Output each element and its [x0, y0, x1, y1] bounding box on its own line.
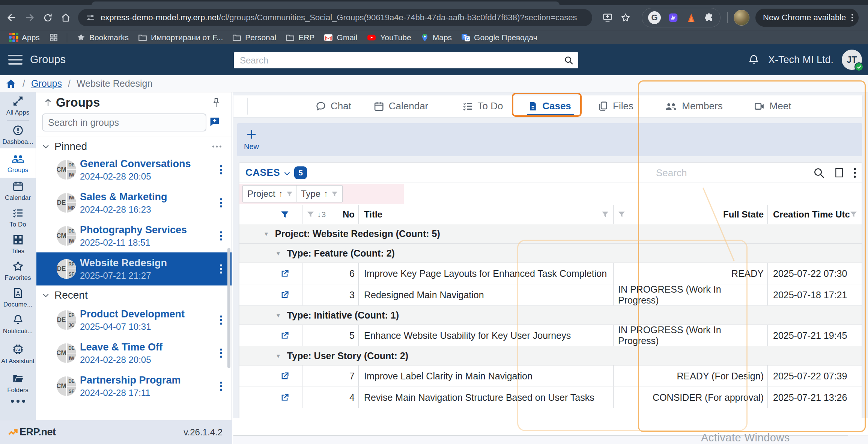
sidebar-item-ai-assistant[interactable]: AI AI Assistant	[0, 338, 36, 370]
search-icon[interactable]	[564, 55, 574, 65]
browser-profile-avatar[interactable]	[734, 10, 749, 26]
back-icon[interactable]	[5, 11, 18, 24]
reload-icon[interactable]	[41, 11, 54, 24]
bookmark-maps[interactable]: Maps	[420, 33, 452, 42]
groups-search[interactable]	[42, 113, 206, 131]
group-list-item[interactable]: CMDEIW Photography Services2025-02-11 18…	[36, 219, 232, 252]
tab-members[interactable]: Members	[664, 95, 722, 117]
chrome-update-button[interactable]: New Chrome available	[755, 9, 859, 27]
site-info-icon[interactable]	[86, 13, 95, 23]
pinned-section-menu-icon[interactable]	[212, 145, 222, 148]
forward-icon[interactable]	[23, 11, 36, 24]
extensions-puzzle-icon[interactable]	[704, 12, 714, 23]
case-row[interactable]: 6 Improve Key Page Layouts for Enhanced …	[239, 263, 862, 284]
case-row[interactable]: 7 Improve Label Clarity in Main Navigati…	[239, 365, 862, 387]
user-avatar[interactable]: JT	[842, 50, 862, 70]
group-name[interactable]: Photography Services	[80, 224, 220, 236]
orange-extension-icon[interactable]	[686, 12, 697, 23]
group-name[interactable]: Leave & Time Off	[80, 341, 220, 353]
grammarly-extension-icon[interactable]: G	[648, 11, 661, 24]
open-case-icon[interactable]	[280, 371, 290, 381]
sidebar-item-folders[interactable]: Folders	[0, 370, 36, 397]
cases-search[interactable]	[655, 165, 798, 180]
sidebar-item-notifications[interactable]: Notificati...	[0, 311, 36, 338]
group-item-menu-icon[interactable]	[220, 381, 223, 391]
pin-panel-icon[interactable]	[211, 97, 221, 109]
new-group-chat-icon[interactable]	[208, 116, 221, 128]
open-case-icon[interactable]	[280, 269, 290, 279]
sidebar-item-tiles[interactable]: Tiles	[0, 231, 36, 258]
bookmark-folder-imported[interactable]: Импортирани от F...	[138, 33, 223, 42]
home-icon[interactable]	[5, 78, 17, 89]
collapse-caret-icon[interactable]: ▼	[263, 231, 269, 237]
bookmark-folder-personal[interactable]: Personal	[232, 33, 276, 42]
tab-calendar[interactable]: Calendar	[373, 95, 429, 117]
header-full-state[interactable]: Full State	[614, 205, 768, 224]
chevron-down-icon[interactable]	[42, 291, 50, 299]
expand-window-icon[interactable]	[835, 168, 844, 178]
group-list-item[interactable]: CMDESF Partnership Program2024-02-28 17:…	[36, 370, 232, 403]
panel-scrollbar[interactable]	[227, 248, 230, 368]
header-filter-cell[interactable]	[239, 205, 302, 224]
tab-chat[interactable]: Chat	[315, 95, 351, 117]
header-title[interactable]: Title	[359, 205, 614, 224]
install-app-icon[interactable]	[601, 11, 614, 24]
group-item-menu-icon[interactable]	[220, 348, 223, 358]
tab-todo[interactable]: To Do	[462, 95, 503, 117]
header-creation-time[interactable]: Creation Time Utc	[768, 205, 862, 224]
company-name[interactable]: X-Tech MI Ltd.	[768, 54, 833, 66]
tab-meet[interactable]: Meet	[754, 95, 791, 117]
cases-title[interactable]: CASES	[245, 167, 280, 178]
collapse-caret-icon[interactable]: ▼	[275, 353, 281, 359]
sidebar-overflow-icon[interactable]	[0, 400, 36, 403]
group-chip-type[interactable]: Type ↑	[296, 185, 343, 202]
open-case-icon[interactable]	[280, 393, 290, 403]
bookmark-tiles-icon[interactable]	[49, 33, 59, 42]
pinned-section-header[interactable]: Pinned	[36, 138, 232, 155]
new-case-button[interactable]: + New	[244, 127, 259, 151]
global-search[interactable]	[234, 52, 578, 68]
group-item-menu-icon[interactable]	[220, 231, 223, 241]
group-row-type-initiative[interactable]: ▼ Type: Initiative (Count: 1)	[239, 306, 862, 325]
group-row-type-user-story[interactable]: ▼ Type: User Story (Count: 2)	[239, 346, 862, 365]
bookmark-bookmarks[interactable]: Bookmarks	[76, 33, 129, 42]
sidebar-item-dashboard[interactable]: Dashboa...	[0, 122, 36, 148]
group-chip-project[interactable]: Project ↑	[242, 185, 298, 202]
search-icon[interactable]	[813, 167, 825, 179]
sidebar-item-all-apps[interactable]: All Apps	[0, 92, 36, 119]
group-list-item[interactable]: DEIWMP Sales & Marketing2024-02-28 16:23	[36, 186, 232, 219]
sidebar-item-favorites[interactable]: Favorites	[0, 258, 36, 284]
collapse-caret-icon[interactable]: ▼	[275, 312, 281, 319]
open-case-icon[interactable]	[280, 290, 290, 300]
group-item-menu-icon[interactable]	[220, 198, 223, 208]
collapse-caret-icon[interactable]: ▼	[275, 250, 281, 257]
bookmark-youtube[interactable]: YouTube	[366, 33, 411, 42]
collapse-up-icon[interactable]	[43, 97, 53, 108]
bookmark-folder-erp[interactable]: ERP	[285, 33, 314, 42]
bookmark-translate[interactable]: ГGGoogle Преводач	[461, 33, 537, 42]
sidebar-item-documents[interactable]: Docume...	[0, 284, 36, 311]
bookmark-star-icon[interactable]	[619, 11, 632, 24]
bookmark-gmail[interactable]: Gmail	[323, 33, 357, 42]
recent-section-header[interactable]: Recent	[36, 287, 232, 304]
case-row[interactable]: 4 Revise Main Navigation Structure Based…	[239, 387, 862, 408]
case-row[interactable]: 3 Redesigned Main Navigation IN PROGRESS…	[239, 284, 862, 306]
open-case-icon[interactable]	[280, 331, 290, 341]
bookmark-apps[interactable]: Apps	[9, 33, 40, 42]
group-row-type-feature[interactable]: ▼ Type: Feature (Count: 2)	[239, 244, 862, 263]
group-list-item[interactable]: CMDEIW General Conversations2024-02-28 2…	[36, 153, 232, 186]
home-icon[interactable]	[59, 11, 72, 24]
group-name[interactable]: Sales & Marketing	[80, 191, 220, 203]
purple-extension-icon[interactable]	[668, 12, 679, 23]
group-item-menu-icon[interactable]	[220, 165, 223, 175]
group-list-item-selected[interactable]: DERPSF Website Redesign2025-07-21 21:27	[36, 252, 232, 285]
address-bar[interactable]: express-demo-model.my.erp.net/cl/groups/…	[78, 9, 592, 26]
cases-search-input[interactable]	[655, 165, 798, 180]
group-list-item[interactable]: DEEPJG Product Development2025-04-07 10:…	[36, 304, 232, 337]
chevron-down-icon[interactable]	[42, 142, 50, 151]
groups-search-input[interactable]	[43, 114, 206, 131]
case-row[interactable]: 5 Enhance Website Usability for Key User…	[239, 325, 862, 346]
group-item-menu-icon[interactable]	[220, 264, 223, 274]
sidebar-item-calendar[interactable]: Calendar	[0, 178, 36, 204]
breadcrumb-groups-link[interactable]: Groups	[31, 78, 62, 89]
